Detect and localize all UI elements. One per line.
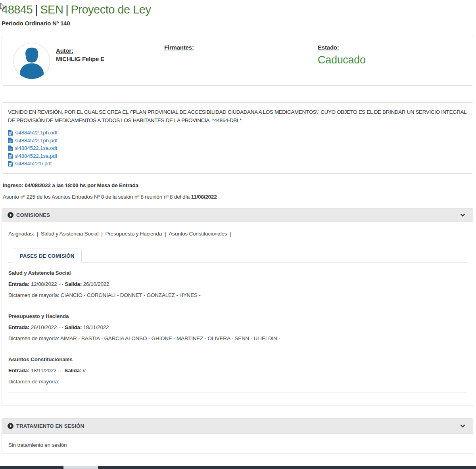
autor-name: MICHLIG Felipe E (56, 56, 104, 62)
separator: | (37, 231, 38, 237)
dictamen-line: Dictamen de mayoría: CIANCIO - CORGNIALI… (8, 292, 467, 298)
author-card: Autor: MICHLIG Felipe E Firmantes: Estad… (2, 36, 473, 86)
title-separator: | (63, 3, 71, 16)
attachment-link[interactable]: sl4884522.1ph.pdf (8, 138, 58, 144)
chevron-down-icon (460, 212, 466, 218)
summary-card: VENIDO EN REVISIÓN, POR EL CUAL SE CREA … (2, 102, 473, 173)
expediente-page: 48845|SEN|Proyecto de Ley Periodo Ordina… (0, 0, 476, 454)
arrow-circle-right-icon (8, 423, 13, 429)
salida-label: Salida: (64, 368, 81, 373)
asignadas-line: Asignadas:|Salud y Asistencia Social|Pre… (2, 222, 473, 237)
asunto-text: Asunto nº 225 de los Asuntos Entrados Nº… (3, 194, 190, 200)
page-header: 48845|SEN|Proyecto de Ley Periodo Ordina… (2, 3, 473, 27)
comisiones-section: COMISIONES Asignadas:|Salud y Asistencia… (2, 208, 473, 406)
firmantes-label: Firmantes: (164, 44, 194, 51)
comisiones-section-header[interactable]: COMISIONES (2, 208, 473, 222)
list-item: sl4884522.1ph.odt (8, 130, 467, 137)
tratamiento-section: TRATAMIENTO EN SESIÓN Sin tratamiento en… (2, 418, 473, 454)
tab-pases-de-comision[interactable]: PASES DE COMISIÓN (13, 249, 82, 263)
estado-value: Caducado (318, 54, 366, 66)
page-title: 48845|SEN|Proyecto de Ley (2, 3, 473, 16)
tabs-row: PASES DE COMISIÓN (8, 249, 467, 263)
tratamiento-section-body: Sin tratamiento en sesión (2, 434, 473, 454)
estado-block: Estado: Caducado (318, 44, 366, 66)
comision-name: Salud y Asistencia Social (8, 270, 467, 276)
title-separator: | (33, 3, 40, 16)
dates-separator: ··· (58, 324, 63, 330)
comision-dates: Entrada: 26/10/2022 ··· Salida: 18/11/20… (8, 324, 467, 330)
tratamiento-section-header[interactable]: TRATAMIENTO EN SESIÓN (2, 418, 473, 434)
tratamiento-collapse-toggle[interactable] (460, 423, 466, 429)
attachment-name: sl4884522.1ph.odt (15, 130, 58, 136)
comisiones-section-body: Asignadas:|Salud y Asistencia Social|Pre… (2, 222, 473, 406)
dictamen-label: Dictamen de mayoría: (8, 379, 59, 385)
footer-strip-light-segment (63, 466, 98, 469)
salida-date: 18/11/2022 (83, 324, 109, 330)
dates-separator: ··· (58, 281, 63, 287)
ingreso-line: Ingreso: 04/08/2022 a las 18:00 hs por M… (3, 182, 473, 188)
footer-strip (0, 466, 476, 469)
attachment-name: sl4884522.1sa.pdf (15, 153, 57, 159)
expediente-number: 48845 (2, 3, 33, 16)
pase-comision-block: Asuntos Constitucionales Entrada: 18/11/… (2, 349, 473, 385)
person-silhouette-icon (13, 42, 50, 80)
firmantes-block: Firmantes: (164, 44, 194, 51)
attachment-link[interactable]: sl4884522.1sa.odt (8, 145, 57, 151)
separator: | (230, 231, 231, 237)
tratamiento-empty-text: Sin tratamiento en sesión (2, 434, 473, 454)
asignadas-comision: Salud y Asistencia Social (41, 231, 98, 237)
pase-comision-block: Presupuesto y Hacienda Entrada: 26/10/20… (2, 306, 473, 341)
dictamen-label: Dictamen de mayoría: (8, 335, 59, 341)
chevron-down-icon (460, 423, 466, 429)
attachment-list: sl4884522.1ph.odt sl4884522.1ph.pdf sl48… (8, 130, 467, 168)
attachment-name: sl4884522.1ph.pdf (15, 138, 58, 144)
entrada-label: Entrada: (8, 368, 29, 373)
entrada-label: Entrada: (8, 324, 29, 330)
document-icon (8, 145, 13, 151)
salida-label: Salida: (65, 281, 82, 287)
dictamen-line: Dictamen de mayoría: (8, 379, 467, 385)
asunto-date: 11/08/2022 (191, 194, 217, 200)
salida-date: 26/10/2022 (83, 281, 109, 287)
document-icon (8, 130, 13, 136)
periodo-subtitle: Periodo Ordinario Nº 140 (2, 20, 473, 27)
list-item: sl48845221r.pdf (8, 161, 467, 168)
camara-code: SEN (40, 3, 63, 16)
document-icon (8, 138, 13, 143)
entrada-date: 26/10/2022 (31, 324, 57, 330)
entrada-label: Entrada: (8, 281, 29, 287)
asunto-line: Asunto nº 225 de los Asuntos Entrados Nº… (3, 194, 473, 200)
asignadas-comision: Presupuesto y Hacienda (106, 231, 162, 237)
attachment-link[interactable]: sl4884522.1sa.pdf (8, 153, 57, 159)
attachment-name: sl4884522.1sa.odt (15, 145, 57, 151)
asignadas-label: Asignadas: (8, 231, 34, 237)
estado-label: Estado: (318, 44, 366, 51)
avatar (13, 42, 50, 81)
asignadas-comision: Asuntos Constitucionales (169, 231, 227, 237)
document-icon (8, 153, 13, 159)
dates-separator: ··· (58, 368, 63, 373)
list-item: sl4884522.1ph.pdf (8, 138, 467, 145)
attachment-link[interactable]: sl4884522.1ph.odt (8, 130, 58, 136)
separator: | (101, 231, 102, 237)
attachment-name: sl48845221r.pdf (15, 161, 52, 167)
comision-dates: Entrada: 18/11/2022 ··· Salida: // (8, 368, 467, 373)
mouse-cursor-icon (0, 3, 6, 11)
salida-label: Salida: (65, 324, 82, 330)
spacer (2, 392, 473, 406)
dictamen-label: Dictamen de mayoría: (8, 292, 59, 298)
comisiones-section-title: COMISIONES (16, 212, 50, 218)
salida-date: // (83, 368, 86, 373)
pase-comision-block: Salud y Asistencia Social Entrada: 12/08… (2, 263, 473, 298)
dictamen-firmantes: CIANCIO - CORGNIALI - DONNET - GONZALEZ … (61, 292, 201, 298)
arrow-circle-right-icon (8, 212, 13, 218)
tratamiento-section-title: TRATAMIENTO EN SESIÓN (16, 423, 84, 429)
attachment-link[interactable]: sl48845221r.pdf (8, 161, 52, 167)
entrada-date: 12/08/2022 (31, 281, 57, 287)
autor-block: Autor: MICHLIG Felipe E (56, 47, 104, 62)
comision-dates: Entrada: 12/08/2022 ··· Salida: 26/10/20… (8, 281, 467, 287)
comisiones-collapse-toggle[interactable] (460, 212, 466, 218)
dictamen-firmantes: AIMAR - BASTIA - GARCIA ALONSO - GHIONE … (60, 335, 280, 341)
comision-name: Presupuesto y Hacienda (8, 313, 467, 319)
list-item: sl4884522.1sa.odt (8, 145, 467, 152)
